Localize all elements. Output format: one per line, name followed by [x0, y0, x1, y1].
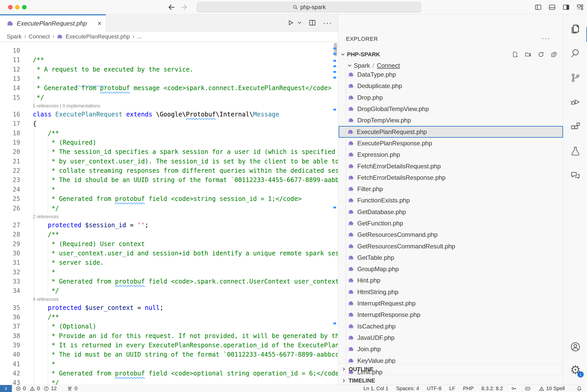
- file-row[interactable]: Drop.php: [338, 92, 563, 103]
- close-window-button[interactable]: [8, 5, 13, 10]
- language-mode[interactable]: PHP: [463, 386, 474, 391]
- run-button[interactable]: [287, 19, 302, 27]
- file-row[interactable]: HtmlString.php: [338, 286, 563, 298]
- file-row[interactable]: DropGlobalTempView.php: [338, 103, 563, 115]
- timeline-section[interactable]: TIMELINE: [338, 375, 563, 385]
- code-line[interactable]: 31 * server side.: [0, 258, 338, 267]
- breadcrumb-item[interactable]: ExecutePlanRequest.php: [66, 33, 130, 40]
- forward-arrow-icon[interactable]: [179, 3, 189, 12]
- code-editor[interactable]: 1011/**12 * A request to be executed by …: [0, 41, 338, 385]
- collapse-all-icon[interactable]: [551, 51, 557, 58]
- codelens[interactable]: 5 references | 0 implementations: [0, 102, 338, 110]
- settings-gear-icon[interactable]: ⚙ 1: [563, 360, 587, 379]
- tab-executeplanrequest[interactable]: ExecutePlanRequest.php ×: [0, 14, 106, 32]
- file-row[interactable]: JavaUDF.php: [338, 332, 563, 343]
- extensions-icon[interactable]: [563, 117, 587, 136]
- comments-icon[interactable]: [563, 166, 587, 185]
- code-line[interactable]: 28 /**: [0, 230, 338, 239]
- file-row[interactable]: DropTempView.php: [338, 115, 563, 126]
- account-icon[interactable]: [563, 338, 587, 356]
- search-view-icon[interactable]: [563, 44, 587, 63]
- code-line[interactable]: 23 * The id should be an UUID string of …: [0, 175, 338, 185]
- encoding[interactable]: UTF-8: [427, 386, 442, 391]
- file-row[interactable]: GetFunction.php: [338, 218, 563, 229]
- source-control-icon[interactable]: [563, 68, 587, 87]
- copilot-icon[interactable]: [524, 385, 531, 392]
- code-line[interactable]: 17{: [0, 119, 338, 128]
- folder-second[interactable]: Connect: [377, 62, 400, 69]
- problems-warnings[interactable]: 0: [29, 386, 40, 391]
- file-row[interactable]: InterruptResponse.php: [338, 309, 563, 320]
- testing-icon[interactable]: [563, 142, 587, 160]
- customize-layout-icon[interactable]: [576, 3, 584, 12]
- cursor-position[interactable]: Ln 1, Col 1: [363, 386, 388, 391]
- file-row[interactable]: FunctionExists.php: [338, 195, 563, 206]
- file-row[interactable]: DataType.php: [338, 69, 563, 80]
- breadcrumb-item[interactable]: ...: [137, 33, 142, 40]
- code-line[interactable]: 34 */: [0, 286, 338, 295]
- explorer-more-icon[interactable]: ···: [542, 34, 550, 42]
- toggle-secondary-sidebar-icon[interactable]: [562, 3, 570, 12]
- run-debug-icon[interactable]: [563, 92, 587, 111]
- file-row[interactable]: Filter.php: [338, 183, 563, 195]
- code-line[interactable]: 19 * (Required): [0, 138, 338, 147]
- code-line[interactable]: 42 * Generated from protobuf field <code…: [0, 369, 338, 378]
- file-row[interactable]: IsCached.php: [338, 321, 563, 332]
- indentation[interactable]: Spaces: 4: [396, 386, 419, 391]
- code-line[interactable]: 29 * (Required) User context: [0, 239, 338, 249]
- code-line[interactable]: 20 * The session_id specifies a spark se…: [0, 147, 338, 156]
- file-row[interactable]: ExecutePlanResponse.php: [338, 138, 563, 149]
- php-version[interactable]: 8.3.2: 8.2: [481, 386, 503, 391]
- toggle-panel-icon[interactable]: [548, 3, 557, 12]
- file-row[interactable]: FetchErrorDetailsResponse.php: [338, 172, 563, 183]
- code-line[interactable]: 43 */: [0, 378, 338, 385]
- refresh-icon[interactable]: [538, 51, 544, 58]
- file-row[interactable]: GetDatabase.php: [338, 206, 563, 218]
- code-line[interactable]: 24 *: [0, 185, 338, 194]
- notifications-bell-icon[interactable]: [576, 386, 582, 392]
- breadcrumb-item[interactable]: Connect: [29, 33, 50, 40]
- remote-indicator[interactable]: [0, 385, 12, 392]
- code-line[interactable]: 11/**: [0, 55, 338, 65]
- code-line[interactable]: 12 * A request to be executed by the ser…: [0, 65, 338, 74]
- more-actions-icon[interactable]: ···: [323, 18, 332, 27]
- problems-errors[interactable]: 0: [16, 386, 26, 391]
- file-row[interactable]: Hint.php: [338, 275, 563, 286]
- code-line[interactable]: 35 protected $user_context = null;: [0, 303, 338, 312]
- breadcrumb-item[interactable]: Spark: [7, 33, 21, 40]
- file-row[interactable]: GetResourcesCommandResult.php: [338, 240, 563, 252]
- file-row[interactable]: GroupMap.php: [338, 263, 563, 275]
- file-row[interactable]: Join.php: [338, 343, 563, 355]
- code-line[interactable]: 10: [0, 46, 338, 55]
- split-editor-icon[interactable]: [308, 19, 316, 27]
- file-row[interactable]: InterruptRequest.php: [338, 298, 563, 309]
- new-file-icon[interactable]: [512, 51, 519, 58]
- close-tab-icon[interactable]: ×: [97, 20, 102, 27]
- file-row[interactable]: Expression.php: [338, 149, 563, 160]
- toggle-primary-sidebar-icon[interactable]: [534, 3, 543, 12]
- code-line[interactable]: 26 */: [0, 204, 338, 213]
- code-line[interactable]: 33 * Generated from protobuf field <code…: [0, 277, 338, 286]
- code-line[interactable]: 32 *: [0, 268, 338, 277]
- command-center-search[interactable]: php-spark: [197, 2, 421, 12]
- section-php-spark[interactable]: PHP-SPARK: [338, 49, 563, 60]
- zoom-window-button[interactable]: [22, 5, 27, 10]
- code-line[interactable]: 30 * user_context.user_id and session+id…: [0, 249, 338, 258]
- code-line[interactable]: 39 * It is returned in every ExecutePlan…: [0, 341, 338, 350]
- file-row[interactable]: Deduplicate.php: [338, 80, 563, 92]
- intelephense-key-icon[interactable]: [511, 386, 517, 391]
- minimize-window-button[interactable]: [15, 5, 20, 10]
- code-line[interactable]: 14 * Generated from protobuf message <co…: [0, 83, 338, 93]
- code-line[interactable]: 37 * (Optional): [0, 322, 338, 331]
- code-line[interactable]: 22 * collate streaming responses from di…: [0, 166, 338, 175]
- file-row[interactable]: GetTable.php: [338, 252, 563, 263]
- codelens[interactable]: 2 references: [0, 213, 338, 221]
- file-row[interactable]: GetResourcesCommand.php: [338, 229, 563, 240]
- outline-section[interactable]: OUTLINE: [338, 363, 563, 375]
- code-line[interactable]: 36 /**: [0, 312, 338, 322]
- code-line[interactable]: 15 */: [0, 93, 338, 102]
- new-folder-icon[interactable]: [525, 51, 531, 58]
- codelens[interactable]: 4 references: [0, 296, 338, 303]
- code-line[interactable]: 27 protected $session_id = '';: [0, 221, 338, 230]
- code-line[interactable]: 16class ExecutePlanRequest extends \Goog…: [0, 110, 338, 119]
